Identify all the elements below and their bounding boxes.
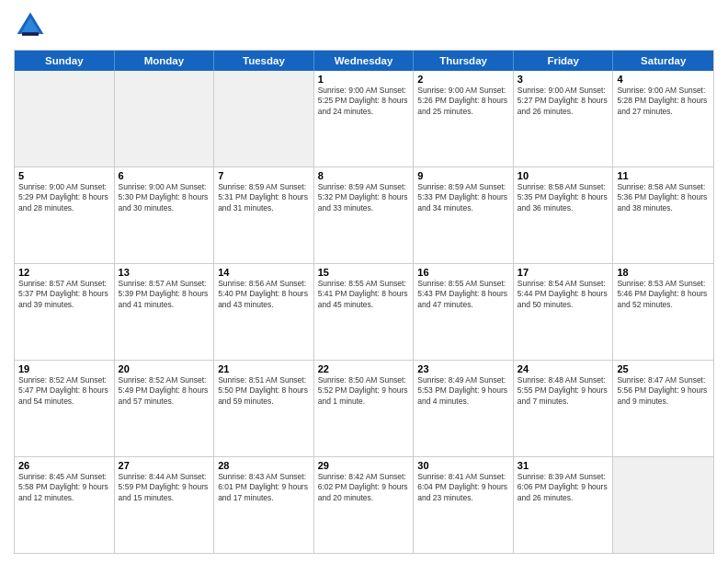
- day-info: Sunrise: 8:55 AM Sunset: 5:43 PM Dayligh…: [417, 279, 509, 310]
- calendar-cell: 26Sunrise: 8:45 AM Sunset: 5:58 PM Dayli…: [15, 457, 115, 553]
- calendar-cell: 28Sunrise: 8:43 AM Sunset: 6:01 PM Dayli…: [214, 457, 314, 553]
- calendar-cell: [214, 71, 314, 167]
- day-info: Sunrise: 8:45 AM Sunset: 5:58 PM Dayligh…: [18, 472, 110, 503]
- day-info: Sunrise: 9:00 AM Sunset: 5:27 PM Dayligh…: [518, 86, 609, 117]
- calendar-cell: 29Sunrise: 8:42 AM Sunset: 6:02 PM Dayli…: [314, 457, 415, 553]
- day-number: 13: [119, 267, 210, 278]
- day-info: Sunrise: 8:39 AM Sunset: 6:06 PM Dayligh…: [518, 472, 609, 503]
- day-info: Sunrise: 9:00 AM Sunset: 5:28 PM Dayligh…: [617, 86, 710, 117]
- calendar-cell: 7Sunrise: 8:59 AM Sunset: 5:31 PM Daylig…: [214, 167, 314, 263]
- day-info: Sunrise: 9:00 AM Sunset: 5:25 PM Dayligh…: [318, 86, 410, 117]
- day-number: 20: [119, 363, 210, 374]
- day-number: 27: [119, 460, 210, 471]
- day-info: Sunrise: 9:00 AM Sunset: 5:30 PM Dayligh…: [119, 182, 210, 213]
- day-info: Sunrise: 8:52 AM Sunset: 5:47 PM Dayligh…: [18, 375, 110, 407]
- day-number: 2: [417, 74, 509, 85]
- day-info: Sunrise: 8:50 AM Sunset: 5:52 PM Dayligh…: [318, 375, 410, 407]
- day-info: Sunrise: 8:57 AM Sunset: 5:37 PM Dayligh…: [18, 279, 110, 310]
- calendar-cell: 15Sunrise: 8:55 AM Sunset: 5:41 PM Dayli…: [314, 264, 415, 360]
- calendar-cell: 3Sunrise: 9:00 AM Sunset: 5:27 PM Daylig…: [514, 71, 614, 167]
- header-sunday: Sunday: [15, 51, 115, 71]
- calendar-cell: 5Sunrise: 9:00 AM Sunset: 5:29 PM Daylig…: [15, 167, 115, 263]
- day-info: Sunrise: 8:41 AM Sunset: 6:04 PM Dayligh…: [417, 472, 509, 503]
- day-info: Sunrise: 8:58 AM Sunset: 5:35 PM Dayligh…: [518, 182, 609, 213]
- page: Sunday Monday Tuesday Wednesday Thursday…: [0, 0, 728, 563]
- calendar-cell: 30Sunrise: 8:41 AM Sunset: 6:04 PM Dayli…: [414, 457, 514, 553]
- day-number: 9: [417, 170, 509, 181]
- day-number: 25: [617, 363, 710, 374]
- header-monday: Monday: [115, 51, 215, 71]
- calendar-cell: 6Sunrise: 9:00 AM Sunset: 5:30 PM Daylig…: [115, 167, 215, 263]
- day-number: 24: [518, 363, 609, 374]
- day-info: Sunrise: 8:47 AM Sunset: 5:56 PM Dayligh…: [617, 375, 710, 407]
- day-number: 7: [218, 170, 310, 181]
- calendar-cell: 22Sunrise: 8:50 AM Sunset: 5:52 PM Dayli…: [314, 361, 415, 456]
- day-number: 26: [18, 460, 110, 471]
- day-number: 8: [318, 170, 410, 181]
- calendar-cell: 18Sunrise: 8:53 AM Sunset: 5:46 PM Dayli…: [613, 264, 713, 360]
- day-info: Sunrise: 8:43 AM Sunset: 6:01 PM Dayligh…: [218, 472, 310, 503]
- day-info: Sunrise: 8:57 AM Sunset: 5:39 PM Dayligh…: [119, 279, 210, 310]
- day-number: 10: [518, 170, 609, 181]
- day-number: 12: [18, 267, 110, 278]
- calendar-cell: 31Sunrise: 8:39 AM Sunset: 6:06 PM Dayli…: [514, 457, 614, 553]
- calendar-header: Sunday Monday Tuesday Wednesday Thursday…: [15, 51, 713, 71]
- calendar-cell: 13Sunrise: 8:57 AM Sunset: 5:39 PM Dayli…: [115, 264, 215, 360]
- calendar-cell: 27Sunrise: 8:44 AM Sunset: 5:59 PM Dayli…: [115, 457, 215, 553]
- calendar-week-5: 26Sunrise: 8:45 AM Sunset: 5:58 PM Dayli…: [15, 456, 713, 553]
- day-info: Sunrise: 8:55 AM Sunset: 5:41 PM Dayligh…: [318, 279, 410, 310]
- calendar-body: 1Sunrise: 9:00 AM Sunset: 5:25 PM Daylig…: [15, 71, 713, 553]
- calendar-cell: 2Sunrise: 9:00 AM Sunset: 5:26 PM Daylig…: [414, 71, 514, 167]
- header-thursday: Thursday: [414, 51, 514, 71]
- day-number: 3: [518, 74, 609, 85]
- calendar-cell: 25Sunrise: 8:47 AM Sunset: 5:56 PM Dayli…: [613, 361, 713, 456]
- logo-icon: [14, 9, 47, 42]
- day-info: Sunrise: 8:53 AM Sunset: 5:46 PM Dayligh…: [617, 279, 710, 310]
- calendar-cell: [613, 457, 713, 553]
- header-wednesday: Wednesday: [314, 51, 415, 71]
- calendar-week-4: 19Sunrise: 8:52 AM Sunset: 5:47 PM Dayli…: [15, 360, 713, 456]
- day-number: 31: [518, 460, 609, 471]
- day-number: 30: [417, 460, 509, 471]
- day-info: Sunrise: 8:58 AM Sunset: 5:36 PM Dayligh…: [617, 182, 710, 213]
- calendar-cell: 4Sunrise: 9:00 AM Sunset: 5:28 PM Daylig…: [613, 71, 713, 167]
- header-tuesday: Tuesday: [214, 51, 314, 71]
- day-info: Sunrise: 9:00 AM Sunset: 5:26 PM Dayligh…: [417, 86, 509, 117]
- logo: [14, 9, 52, 42]
- calendar-cell: 1Sunrise: 9:00 AM Sunset: 5:25 PM Daylig…: [314, 71, 415, 167]
- calendar-cell: 10Sunrise: 8:58 AM Sunset: 5:35 PM Dayli…: [514, 167, 614, 263]
- header: [14, 9, 714, 42]
- day-info: Sunrise: 8:51 AM Sunset: 5:50 PM Dayligh…: [218, 375, 310, 407]
- day-number: 17: [518, 267, 609, 278]
- day-number: 16: [417, 267, 509, 278]
- day-info: Sunrise: 8:49 AM Sunset: 5:53 PM Dayligh…: [417, 375, 509, 407]
- day-info: Sunrise: 8:59 AM Sunset: 5:33 PM Dayligh…: [417, 182, 509, 213]
- calendar-cell: 8Sunrise: 8:59 AM Sunset: 5:32 PM Daylig…: [314, 167, 415, 263]
- svg-rect-2: [22, 32, 39, 36]
- calendar-cell: [115, 71, 215, 167]
- calendar-cell: 20Sunrise: 8:52 AM Sunset: 5:49 PM Dayli…: [115, 361, 215, 456]
- day-info: Sunrise: 8:48 AM Sunset: 5:55 PM Dayligh…: [518, 375, 609, 407]
- day-number: 1: [318, 74, 410, 85]
- day-info: Sunrise: 9:00 AM Sunset: 5:29 PM Dayligh…: [18, 182, 110, 213]
- calendar-cell: 19Sunrise: 8:52 AM Sunset: 5:47 PM Dayli…: [15, 361, 115, 456]
- day-number: 18: [617, 267, 710, 278]
- calendar-cell: 12Sunrise: 8:57 AM Sunset: 5:37 PM Dayli…: [15, 264, 115, 360]
- day-info: Sunrise: 8:54 AM Sunset: 5:44 PM Dayligh…: [518, 279, 609, 310]
- day-number: 19: [18, 363, 110, 374]
- calendar-cell: 11Sunrise: 8:58 AM Sunset: 5:36 PM Dayli…: [613, 167, 713, 263]
- calendar-cell: 24Sunrise: 8:48 AM Sunset: 5:55 PM Dayli…: [514, 361, 614, 456]
- day-number: 21: [218, 363, 310, 374]
- header-friday: Friday: [514, 51, 614, 71]
- calendar-cell: 14Sunrise: 8:56 AM Sunset: 5:40 PM Dayli…: [214, 264, 314, 360]
- day-info: Sunrise: 8:59 AM Sunset: 5:31 PM Dayligh…: [218, 182, 310, 213]
- day-number: 6: [119, 170, 210, 181]
- calendar-week-3: 12Sunrise: 8:57 AM Sunset: 5:37 PM Dayli…: [15, 263, 713, 360]
- day-number: 23: [417, 363, 509, 374]
- day-number: 14: [218, 267, 310, 278]
- calendar: Sunday Monday Tuesday Wednesday Thursday…: [14, 50, 714, 554]
- day-info: Sunrise: 8:56 AM Sunset: 5:40 PM Dayligh…: [218, 279, 310, 310]
- day-number: 29: [318, 460, 410, 471]
- day-info: Sunrise: 8:59 AM Sunset: 5:32 PM Dayligh…: [318, 182, 410, 213]
- calendar-cell: 23Sunrise: 8:49 AM Sunset: 5:53 PM Dayli…: [414, 361, 514, 456]
